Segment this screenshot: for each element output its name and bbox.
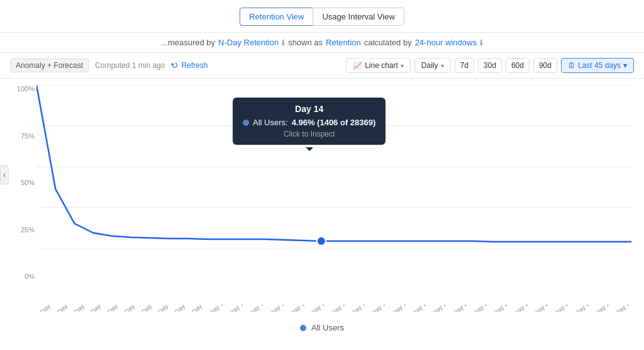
x-label-day29: Day 29 [594,305,613,312]
nday-retention-link[interactable]: N-Day Retention [218,38,279,47]
x-label-day27: Day 27 [553,305,572,312]
x-label-day5: Day 5 [123,305,140,312]
chart-toolbar: Anomaly + Forecast Computed 1 min ago ↻ … [0,53,644,79]
x-label-day13: Day 13 [269,305,287,312]
y-label-75: 75% [21,132,35,140]
date-range-label: Last 45 days [578,61,621,70]
x-label-day8: Day 8 [174,305,190,312]
chart-type-label: Line chart [365,61,398,70]
x-label-day28: Day 28 [574,305,592,312]
measured-by-bar: ...measured by N-Day Retention ℹ shown a… [0,33,644,53]
shown-as-label: shown as [288,38,323,47]
y-label-50: 50% [21,179,35,186]
period-7d-button[interactable]: 7d [455,58,474,73]
x-label-day15: Day 15 [309,305,328,312]
x-label-day2: Day 2 [72,305,89,312]
refresh-icon: ↻ [169,59,180,72]
x-label-day11: Day 11 [228,305,247,312]
x-label-day19: Day 19 [391,305,409,312]
calendar-icon: 🗓 [568,61,575,70]
legend-dot-all-users [300,325,306,331]
x-axis-labels: Day 0 Day 1 Day 2 Day 3 Day 4 Day 5 Day … [36,305,631,312]
x-label-day25: Day 25 [513,305,531,312]
x-label-day10: Day 10 [208,305,226,312]
x-label-day30: Day 30 [614,305,631,312]
y-label-0: 0% [25,273,35,280]
chart-type-dropdown[interactable]: 📈 Line chart ▾ [346,58,411,73]
x-label-day12: Day 12 [248,305,267,312]
y-label-100: 100% [17,85,35,93]
x-label-day3: Day 3 [89,305,106,312]
calculated-by-label: calculated by [364,38,412,47]
retention-line [36,85,631,242]
granularity-label: Daily [421,61,438,70]
retention-link[interactable]: Retention [326,38,361,47]
measured-prefix: ...measured by [161,38,215,47]
retention-chart [36,85,631,249]
x-label-day20: Day 20 [411,305,430,312]
x-label-day26: Day 26 [533,305,552,312]
sidebar-collapse-arrow[interactable]: ‹ [0,166,9,184]
retention-view-button[interactable]: Retention View [240,8,313,26]
y-axis-labels: 100% 75% 50% 25% 0% [6,85,35,280]
x-label-day9: Day 9 [191,305,207,312]
x-label-day6: Day 6 [140,305,156,312]
x-label-day14: Day 14 [289,305,308,312]
chart-legend: All Users [0,318,644,335]
metric-info-icon[interactable]: ℹ [282,38,285,47]
anomaly-forecast-badge: Anomaly + Forecast [10,59,89,72]
x-label-day21: Day 21 [431,305,450,312]
granularity-dropdown[interactable]: Daily ▾ [414,58,451,73]
date-range-chevron: ▾ [623,61,627,70]
date-range-button[interactable]: 🗓 Last 45 days ▾ [561,58,634,73]
refresh-button[interactable]: ↻ Refresh [171,60,208,71]
x-label-day16: Day 16 [330,305,348,312]
y-label-25: 25% [21,226,35,234]
x-label-day23: Day 23 [472,305,491,312]
computed-time-text: Computed 1 min ago [95,61,165,70]
window-info-icon[interactable]: ℹ [480,38,483,47]
legend-label-all-users: All Users [311,323,344,332]
window-link[interactable]: 24-hour windows [415,38,477,47]
period-30d-button[interactable]: 30d [478,58,502,73]
toolbar-right: 📈 Line chart ▾ Daily ▾ 7d 30d 60d 90d 🗓 … [346,58,634,73]
x-label-day24: Day 24 [492,305,511,312]
x-label-day4: Day 4 [106,305,123,312]
left-arrow-icon: ‹ [3,171,6,179]
view-toggle-bar: Retention View Usage Interval View [0,0,644,33]
x-label-day0: Day 0 [39,305,55,312]
x-label-day7: Day 7 [157,305,173,312]
chart-type-icon: 📈 [353,61,362,70]
usage-interval-view-button[interactable]: Usage Interval View [313,8,404,26]
refresh-label: Refresh [181,61,208,70]
period-60d-button[interactable]: 60d [506,58,530,73]
granularity-chevron: ▾ [441,62,444,69]
period-90d-button[interactable]: 90d [533,58,557,73]
chart-area: 100% 75% 50% 25% 0% Day 14 All Users: 4.… [0,79,644,318]
x-label-day17: Day 17 [350,305,369,312]
x-label-day18: Day 18 [370,305,389,312]
x-label-day1: Day 1 [56,305,72,312]
tooltip-dot-day14[interactable] [317,237,326,246]
x-label-day22: Day 22 [452,305,470,312]
chart-type-chevron: ▾ [401,62,404,69]
